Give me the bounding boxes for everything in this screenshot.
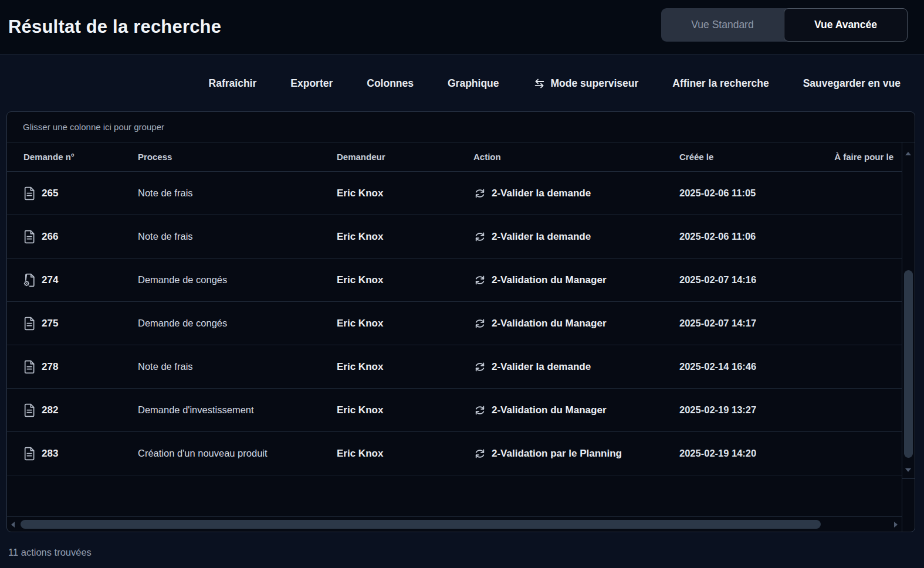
- toolbar: Rafraîchir Exporter Colonnes Graphique M…: [0, 55, 924, 111]
- created-date-cell: 2025-02-19 13:27: [679, 404, 823, 416]
- requester-cell: Eric Knox: [337, 274, 473, 286]
- action-cell: 2-Valider la demande: [473, 230, 679, 243]
- action-cell: 2-Validation du Manager: [473, 274, 679, 287]
- action-label: 2-Validation du Manager: [492, 274, 607, 286]
- table-row[interactable]: 274 Demande de congés Eric Knox: [7, 259, 902, 302]
- table-row[interactable]: 282 Demande d'investissement Eric Knox: [7, 389, 902, 432]
- action-label: 2-Validation par le Planning: [492, 448, 622, 460]
- horizontal-scrollbar-thumb[interactable]: [21, 520, 821, 529]
- view-advanced-button[interactable]: Vue Avancée: [784, 8, 908, 42]
- action-cell: 2-Validation par le Planning: [473, 447, 679, 460]
- request-number: 274: [42, 274, 58, 286]
- group-by-drop-zone[interactable]: Glisser une colonne ici pour grouper: [7, 112, 915, 142]
- action-label: 2-Valider la demande: [492, 231, 591, 243]
- requester-cell: Eric Knox: [337, 318, 473, 329]
- group-by-hint: Glisser une colonne ici pour grouper: [23, 122, 164, 132]
- refresh-icon: [473, 317, 486, 330]
- scroll-left-icon[interactable]: [11, 522, 15, 528]
- refresh-icon: [473, 447, 486, 460]
- refresh-button[interactable]: Rafraîchir: [209, 77, 257, 90]
- refresh-icon: [473, 404, 486, 417]
- column-header-demandeur[interactable]: Demandeur: [337, 152, 473, 162]
- requester-cell: Eric Knox: [337, 404, 473, 416]
- table-row[interactable]: 275 Demande de congés Eric Knox: [7, 302, 902, 345]
- action-cell: 2-Valider la demande: [473, 360, 679, 373]
- view-standard-button[interactable]: Vue Standard: [661, 8, 784, 42]
- refresh-icon: [473, 230, 486, 243]
- document-icon: [23, 230, 35, 244]
- process-cell: Demande d'investissement: [138, 404, 337, 416]
- horizontal-scrollbar[interactable]: [7, 516, 902, 532]
- table-row[interactable]: 265 Note de frais Eric Knox: [7, 172, 902, 215]
- refresh-icon: [473, 274, 486, 287]
- process-cell: Note de frais: [138, 231, 337, 242]
- chart-button[interactable]: Graphique: [448, 77, 499, 90]
- vertical-scrollbar[interactable]: [902, 142, 915, 532]
- grid-header-row: Demande n° Process Demandeur Action Créé…: [7, 142, 902, 172]
- column-header-creee-le[interactable]: Créée le: [679, 152, 823, 162]
- process-cell: Demande de congés: [138, 274, 337, 285]
- requester-cell: Eric Knox: [337, 188, 473, 199]
- column-header-action[interactable]: Action: [473, 152, 679, 162]
- refresh-icon: [473, 360, 486, 373]
- requester-cell: Eric Knox: [337, 361, 473, 373]
- results-count: 11 actions trouvées: [8, 547, 92, 558]
- refine-search-button[interactable]: Affiner la recherche: [672, 77, 769, 90]
- column-header-a-faire-pour-le[interactable]: À faire pour le: [823, 152, 902, 162]
- results-grid: Glisser une colonne ici pour grouper Dem…: [6, 111, 915, 532]
- request-number: 266: [42, 231, 58, 243]
- scrollbar-divider: [902, 478, 915, 479]
- scroll-down-icon[interactable]: [905, 468, 911, 472]
- created-date-cell: 2025-02-14 16:46: [679, 361, 823, 372]
- vertical-scrollbar-thumb[interactable]: [904, 270, 913, 458]
- scroll-right-icon[interactable]: [894, 522, 898, 528]
- request-number-cell: 266: [23, 230, 138, 244]
- action-label: 2-Valider la demande: [492, 361, 591, 373]
- export-button[interactable]: Exporter: [290, 77, 333, 90]
- table-row[interactable]: 283 Création d'un nouveau produit Eric K…: [7, 432, 902, 475]
- document-icon: [23, 403, 35, 417]
- page-header: Résultat de la recherche Vue Standard Vu…: [0, 0, 924, 55]
- request-number: 283: [42, 448, 58, 460]
- save-view-button[interactable]: Sauvegarder en vue: [803, 77, 901, 90]
- process-cell: Demande de congés: [138, 318, 337, 329]
- action-label: 2-Valider la demande: [492, 188, 591, 199]
- action-cell: 2-Validation du Manager: [473, 404, 679, 417]
- request-number: 275: [42, 318, 58, 329]
- request-number: 278: [42, 361, 58, 373]
- request-number: 282: [42, 404, 58, 416]
- table-row[interactable]: 266 Note de frais Eric Knox: [7, 215, 902, 259]
- process-cell: Note de frais: [138, 188, 337, 199]
- document-icon: [23, 186, 35, 200]
- document-gear-icon: [23, 273, 35, 287]
- document-icon: [23, 360, 35, 374]
- request-number-cell: 278: [23, 360, 138, 374]
- request-number: 265: [42, 188, 58, 199]
- process-cell: Création d'un nouveau produit: [138, 448, 337, 459]
- table-row[interactable]: 278 Note de frais Eric Knox: [7, 345, 902, 389]
- requester-cell: Eric Knox: [337, 231, 473, 243]
- action-cell: 2-Valider la demande: [473, 187, 679, 200]
- request-number-cell: 275: [23, 317, 138, 331]
- supervisor-mode-label: Mode superviseur: [551, 77, 639, 90]
- created-date-cell: 2025-02-07 14:16: [679, 274, 823, 285]
- grid-body: 265 Note de frais Eric Knox: [7, 172, 902, 475]
- scroll-up-icon[interactable]: [905, 152, 911, 155]
- action-label: 2-Validation du Manager: [492, 318, 607, 329]
- column-header-process[interactable]: Process: [138, 152, 337, 162]
- column-header-demande[interactable]: Demande n°: [23, 152, 138, 162]
- document-icon: [23, 447, 35, 461]
- swap-arrows-icon: [533, 77, 546, 90]
- view-toggle: Vue Standard Vue Avancée: [661, 8, 908, 42]
- created-date-cell: 2025-02-07 14:17: [679, 318, 823, 329]
- request-number-cell: 265: [23, 186, 138, 200]
- request-number-cell: 282: [23, 403, 138, 417]
- supervisor-mode-button[interactable]: Mode superviseur: [533, 77, 639, 90]
- created-date-cell: 2025-02-06 11:06: [679, 231, 823, 242]
- created-date-cell: 2025-02-06 11:05: [679, 188, 823, 199]
- columns-button[interactable]: Colonnes: [367, 77, 414, 90]
- action-cell: 2-Validation du Manager: [473, 317, 679, 330]
- created-date-cell: 2025-02-19 14:20: [679, 448, 823, 459]
- requester-cell: Eric Knox: [337, 448, 473, 460]
- document-icon: [23, 317, 35, 331]
